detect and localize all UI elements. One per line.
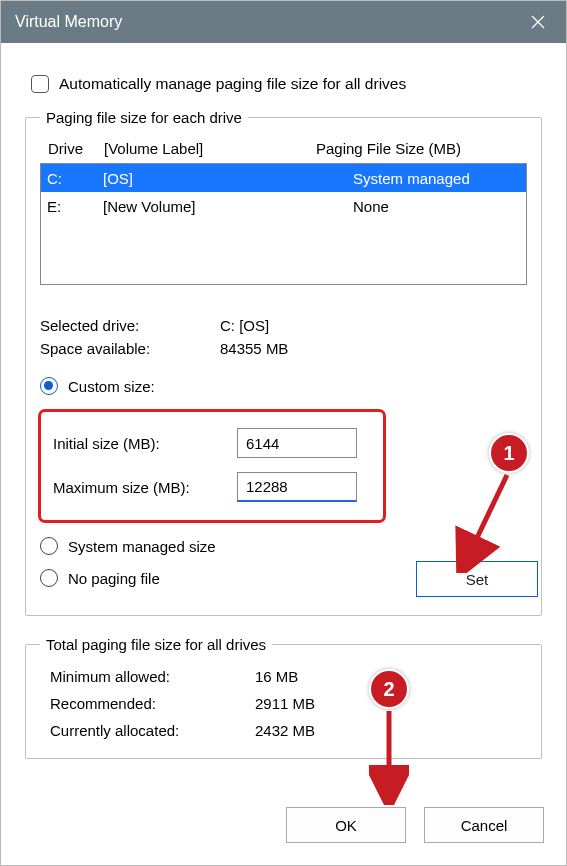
selected-drive-label: Selected drive: — [40, 317, 220, 334]
space-available-label: Space available: — [40, 340, 220, 357]
cell-size: System managed — [353, 170, 526, 187]
min-allowed-label: Minimum allowed: — [40, 668, 255, 685]
radio-none-label: No paging file — [68, 570, 160, 587]
radio-system-label: System managed size — [68, 538, 216, 555]
radio-system-managed[interactable] — [40, 537, 58, 555]
current-alloc-value: 2432 MB — [255, 722, 315, 739]
cell-drive: E: — [47, 198, 103, 215]
maximum-size-label: Maximum size (MB): — [53, 479, 237, 496]
recommended-label: Recommended: — [40, 695, 255, 712]
col-drive: Drive — [48, 140, 104, 157]
totals-group: Total paging file size for all drives Mi… — [25, 636, 542, 759]
cell-label: [OS] — [103, 170, 353, 187]
group2-legend: Total paging file size for all drives — [40, 636, 272, 653]
auto-manage-checkbox[interactable] — [31, 75, 49, 93]
virtual-memory-dialog: Virtual Memory Automatically manage pagi… — [0, 0, 567, 866]
table-row[interactable]: C: [OS] System managed — [41, 164, 526, 192]
auto-manage-label: Automatically manage paging file size fo… — [59, 75, 406, 93]
annotation-badge-1: 1 — [489, 433, 529, 473]
titlebar: Virtual Memory — [1, 1, 566, 43]
window-title: Virtual Memory — [15, 13, 524, 31]
col-size: Paging File Size (MB) — [316, 140, 525, 157]
selected-drive-value: C: [OS] — [220, 317, 269, 334]
drive-list[interactable]: C: [OS] System managed E: [New Volume] N… — [40, 163, 527, 285]
current-alloc-label: Currently allocated: — [40, 722, 255, 739]
initial-size-label: Initial size (MB): — [53, 435, 237, 452]
maximum-size-input[interactable] — [237, 472, 357, 502]
radio-no-paging[interactable] — [40, 569, 58, 587]
col-volume: [Volume Label] — [104, 140, 316, 157]
min-allowed-value: 16 MB — [255, 668, 298, 685]
cell-label: [New Volume] — [103, 198, 353, 215]
recommended-value: 2911 MB — [255, 695, 315, 712]
group1-legend: Paging file size for each drive — [40, 109, 248, 126]
radio-custom-size[interactable] — [40, 377, 58, 395]
ok-button[interactable]: OK — [286, 807, 406, 843]
close-icon[interactable] — [524, 8, 552, 36]
annotation-badge-2: 2 — [369, 669, 409, 709]
cell-drive: C: — [47, 170, 103, 187]
cell-size: None — [353, 198, 526, 215]
set-button[interactable]: Set — [416, 561, 538, 597]
cancel-button[interactable]: Cancel — [424, 807, 544, 843]
space-available-value: 84355 MB — [220, 340, 288, 357]
radio-custom-label: Custom size: — [68, 378, 155, 395]
initial-size-input[interactable] — [237, 428, 357, 458]
table-row[interactable]: E: [New Volume] None — [41, 192, 526, 220]
paging-per-drive-group: Paging file size for each drive Drive [V… — [25, 109, 542, 616]
highlight-frame: Initial size (MB): Maximum size (MB): — [38, 409, 386, 523]
drive-list-header: Drive [Volume Label] Paging File Size (M… — [40, 136, 527, 163]
